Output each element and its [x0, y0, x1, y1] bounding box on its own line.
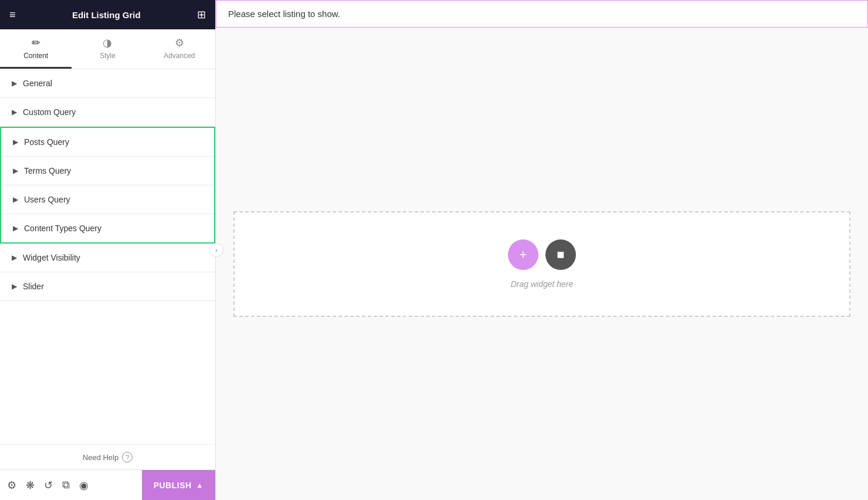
tab-advanced[interactable]: ⚙ Advanced	[144, 29, 215, 69]
section-slider: ▶ Slider	[0, 272, 215, 301]
collapse-arrow[interactable]: ‹	[209, 243, 223, 257]
need-help-label: Need Help	[83, 453, 118, 462]
section-slider-header[interactable]: ▶ Slider	[0, 272, 215, 300]
section-content-types-query-header[interactable]: ▶ Content Types Query	[1, 214, 214, 242]
section-widget-visibility-header[interactable]: ▶ Widget Visibility	[0, 244, 215, 272]
need-help-link[interactable]: Need Help ?	[83, 452, 133, 462]
section-general: ▶ General	[0, 69, 215, 98]
canvas-inner[interactable]: + ■ Drag widget here	[233, 211, 850, 317]
chevron-posts-query-icon: ▶	[13, 138, 18, 146]
advanced-tab-label: Advanced	[164, 52, 195, 60]
sidebar-title: Edit Listing Grid	[72, 10, 141, 20]
chevron-users-query-icon: ▶	[13, 195, 18, 204]
responsive-icon[interactable]: ⧉	[62, 479, 70, 491]
drag-label: Drag widget here	[511, 279, 574, 289]
publish-label: PUBLISH	[154, 481, 192, 490]
style-tab-label: Style	[100, 52, 116, 60]
section-content-types-query: ▶ Content Types Query	[1, 214, 214, 242]
plus-icon: +	[520, 247, 527, 262]
settings-icon[interactable]: ⚙	[7, 479, 16, 492]
grid-icon[interactable]: ⊞	[197, 8, 206, 21]
publish-chevron-icon: ▲	[196, 481, 204, 489]
tabs-bar: ✏ Content ◑ Style ⚙ Advanced	[0, 29, 215, 69]
section-slider-label: Slider	[23, 282, 44, 291]
style-tab-icon: ◑	[103, 36, 112, 49]
sidebar-footer: Need Help ?	[0, 444, 215, 469]
chevron-terms-query-icon: ▶	[13, 167, 18, 175]
tab-content[interactable]: ✏ Content	[0, 29, 72, 69]
main-content: Please select listing to show. + ■ Drag …	[216, 0, 868, 500]
section-widget-visibility-label: Widget Visibility	[23, 253, 80, 262]
sidebar: ≡ Edit Listing Grid ⊞ ✏ Content ◑ Style …	[0, 0, 216, 500]
widget-library-button[interactable]: ■	[545, 239, 576, 270]
hamburger-icon[interactable]: ≡	[9, 9, 16, 21]
chevron-slider-icon: ▶	[12, 282, 17, 290]
sidebar-header: ≡ Edit Listing Grid ⊞	[0, 0, 215, 29]
bottom-icons-group: ⚙ ❋ ↺ ⧉ ◉	[0, 479, 142, 492]
section-users-query: ▶ Users Query	[1, 185, 214, 214]
sections-list: ▶ General ▶ Custom Query ▶ Posts Query	[0, 69, 215, 444]
tab-style[interactable]: ◑ Style	[72, 29, 143, 69]
content-tab-label: Content	[23, 52, 48, 60]
section-general-header[interactable]: ▶ General	[0, 69, 215, 97]
section-custom-query-label: Custom Query	[23, 107, 76, 117]
section-content-types-query-label: Content Types Query	[24, 224, 101, 233]
section-custom-query: ▶ Custom Query	[0, 98, 215, 127]
canvas-area: + ■ Drag widget here	[216, 28, 868, 500]
section-posts-query-header[interactable]: ▶ Posts Query	[1, 128, 214, 156]
top-banner: Please select listing to show.	[216, 0, 868, 28]
add-widget-button[interactable]: +	[508, 239, 538, 270]
bottom-bar: ⚙ ❋ ↺ ⧉ ◉ PUBLISH ▲	[0, 469, 215, 500]
section-terms-query: ▶ Terms Query	[1, 157, 214, 185]
section-widget-visibility: ▶ Widget Visibility	[0, 244, 215, 272]
layers-icon[interactable]: ❋	[26, 479, 35, 492]
content-tab-icon: ✏	[32, 36, 40, 49]
query-group: ▶ Posts Query ▶ Terms Query ▶ Users Quer…	[0, 127, 215, 244]
square-icon: ■	[557, 247, 564, 262]
section-general-label: General	[23, 79, 52, 88]
section-terms-query-label: Terms Query	[24, 166, 71, 175]
chevron-content-types-query-icon: ▶	[13, 224, 18, 232]
publish-button[interactable]: PUBLISH ▲	[142, 470, 215, 501]
section-posts-query-label: Posts Query	[24, 137, 69, 147]
section-users-query-label: Users Query	[24, 195, 70, 204]
advanced-tab-icon: ⚙	[175, 36, 184, 49]
section-terms-query-header[interactable]: ▶ Terms Query	[1, 157, 214, 185]
chevron-general-icon: ▶	[12, 79, 17, 87]
widget-icons: + ■	[508, 239, 576, 270]
chevron-widget-visibility-icon: ▶	[12, 254, 17, 262]
chevron-custom-query-icon: ▶	[12, 108, 17, 116]
section-custom-query-header[interactable]: ▶ Custom Query	[0, 98, 215, 126]
section-users-query-header[interactable]: ▶ Users Query	[1, 185, 214, 214]
banner-text: Please select listing to show.	[228, 9, 340, 19]
help-circle-icon: ?	[122, 452, 133, 462]
section-posts-query: ▶ Posts Query	[1, 128, 214, 157]
history-icon[interactable]: ↺	[44, 479, 53, 492]
preview-icon[interactable]: ◉	[79, 479, 89, 492]
